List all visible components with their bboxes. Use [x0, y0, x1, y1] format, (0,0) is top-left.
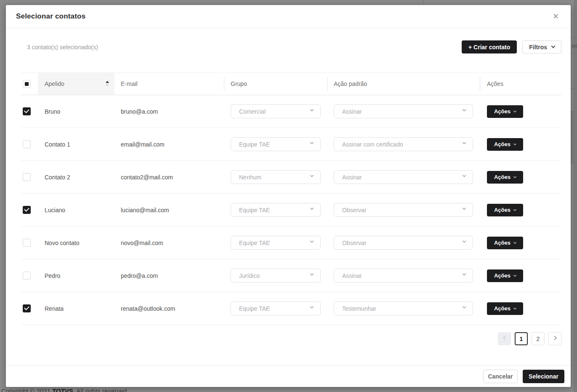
grupo-cell: Comercial	[224, 104, 327, 118]
table-row: Contato 2 contato2@mail.com Nenhum Assin…	[21, 161, 561, 194]
row-acoes-button[interactable]: Ações	[487, 204, 523, 216]
filters-button[interactable]: Filtros	[522, 40, 561, 53]
acao-padrao-cell: Observar	[327, 236, 480, 250]
row-acoes-button[interactable]: Ações	[487, 105, 523, 118]
sort-up-triangle	[106, 81, 109, 83]
chevron-down-icon	[463, 141, 466, 144]
table-row: Luciano luciano@mail.com Equipe TAE Obse…	[21, 194, 561, 227]
grupo-select-value: Equipe TAE	[239, 240, 270, 246]
row-checkbox[interactable]	[23, 304, 31, 312]
row-acoes-label: Ações	[494, 240, 511, 246]
pagination-prev-button[interactable]	[498, 332, 511, 345]
select-button[interactable]: Selecionar	[523, 370, 564, 383]
modal-title: Selecionar contatos	[16, 12, 85, 21]
grupo-cell: Equipe TAE	[224, 236, 327, 250]
acao-padrao-select[interactable]: Observar	[334, 203, 473, 217]
row-checkbox[interactable]	[23, 239, 31, 247]
row-acoes-button[interactable]: Ações	[487, 269, 523, 282]
column-header-grupo[interactable]: Grupo	[224, 73, 327, 95]
column-header-acao-padrao[interactable]: Ação padrão	[327, 73, 480, 95]
modal-footer: Cancelar Selecionar	[6, 365, 571, 387]
row-checkbox-cell	[21, 107, 38, 115]
chevron-down-icon	[513, 240, 516, 243]
row-acoes-button[interactable]: Ações	[487, 138, 523, 151]
pagination-page-2[interactable]: 2	[532, 332, 545, 345]
row-acoes-cell: Ações	[480, 171, 561, 184]
grupo-select[interactable]: Nenhum	[231, 170, 321, 184]
sort-down-triangle	[106, 84, 109, 86]
contact-apelido: Luciano	[38, 207, 121, 213]
row-checkbox-cell	[21, 304, 38, 312]
close-icon[interactable]: ✕	[550, 11, 561, 22]
grupo-select[interactable]: Comercial	[231, 104, 321, 118]
chevron-down-icon	[513, 142, 516, 145]
table-row: Contato 1 email@mail.com Equipe TAE Assi…	[21, 128, 561, 161]
acao-padrao-select[interactable]: Assinar	[334, 269, 473, 283]
toolbar: 3 contato(s) selecionado(s) + Criar cont…	[21, 40, 561, 53]
row-acoes-label: Ações	[494, 272, 511, 279]
cancel-button[interactable]: Cancelar	[483, 370, 518, 383]
column-header-email[interactable]: E-mail	[121, 80, 224, 87]
modal-body: 3 contato(s) selecionado(s) + Criar cont…	[6, 28, 571, 365]
row-acoes-cell: Ações	[480, 204, 561, 216]
acao-padrao-select[interactable]: Assinar	[334, 170, 473, 184]
contact-apelido: Novo contato	[38, 240, 121, 246]
grupo-select[interactable]: Equipe TAE	[231, 137, 321, 151]
table-row: Novo contato novo@mail.com Equipe TAE Ob…	[21, 227, 561, 259]
acao-padrao-cell: Assinar	[327, 170, 480, 184]
table-row: Bruno bruno@a.com Comercial Assinar Açõe…	[21, 95, 561, 128]
grupo-cell: Nenhum	[224, 170, 327, 184]
grupo-cell: Equipe TAE	[224, 301, 327, 315]
row-acoes-cell: Ações	[480, 105, 561, 118]
table-row: Renata renata@outlook.com Equipe TAE Tes…	[21, 292, 561, 325]
row-acoes-cell: Ações	[480, 269, 561, 282]
row-acoes-cell: Ações	[480, 138, 561, 151]
contact-email: novo@mail.com	[121, 240, 224, 246]
chevron-down-icon	[310, 173, 314, 177]
grupo-select[interactable]: Equipe TAE	[231, 203, 321, 217]
sort-asc-icon	[106, 81, 109, 86]
row-checkbox[interactable]	[23, 140, 31, 148]
grupo-select-value: Nenhum	[239, 174, 261, 181]
row-checkbox[interactable]	[23, 107, 31, 115]
row-acoes-button[interactable]: Ações	[487, 302, 523, 315]
table-body: Bruno bruno@a.com Comercial Assinar Açõe…	[21, 95, 561, 325]
chevron-down-icon	[513, 273, 516, 276]
column-label-apelido: Apelido	[45, 80, 64, 87]
contact-apelido: Pedro	[38, 272, 121, 279]
row-checkbox[interactable]	[23, 272, 31, 280]
contact-email: email@mail.com	[121, 141, 224, 148]
row-checkbox[interactable]	[23, 173, 31, 181]
grupo-select[interactable]: Equipe TAE	[231, 301, 321, 315]
contact-email: pedro@a.com	[121, 272, 224, 279]
acao-padrao-select-value: Observar	[342, 240, 367, 246]
pagination-next-button[interactable]	[548, 332, 561, 345]
acao-padrao-select[interactable]: Assinar	[334, 104, 473, 118]
chevron-down-icon	[463, 305, 466, 308]
acao-padrao-cell: Testemunhar	[327, 301, 480, 315]
row-acoes-button[interactable]: Ações	[487, 237, 523, 249]
row-acoes-button[interactable]: Ações	[487, 171, 523, 184]
column-header-apelido[interactable]: Apelido	[38, 73, 114, 95]
row-checkbox-cell	[21, 206, 38, 214]
acao-padrao-select[interactable]: Assinar com certificado	[334, 137, 473, 151]
acao-padrao-select[interactable]: Observar	[334, 236, 473, 250]
select-all-checkbox[interactable]	[23, 80, 31, 88]
acao-padrao-select[interactable]: Testemunhar	[334, 301, 473, 315]
pagination-page-1[interactable]: 1	[515, 332, 528, 345]
contact-email: contato2@mail.com	[121, 174, 224, 181]
grupo-select[interactable]: Jurídico	[231, 269, 321, 283]
contact-apelido: Contato 2	[38, 174, 121, 181]
create-contact-button[interactable]: + Criar contato	[462, 40, 517, 53]
chevron-down-icon	[463, 272, 466, 275]
table-row: Pedro pedro@a.com Jurídico Assinar Ações	[21, 259, 561, 292]
chevron-down-icon	[513, 109, 516, 112]
grupo-select[interactable]: Equipe TAE	[231, 236, 321, 250]
row-acoes-label: Ações	[494, 141, 511, 147]
grupo-select-value: Equipe TAE	[239, 207, 270, 213]
acao-padrao-select-value: Assinar	[342, 272, 362, 279]
chevron-down-icon	[463, 206, 466, 210]
acao-padrao-select-value: Observar	[342, 207, 367, 213]
contact-email: renata@outlook.com	[121, 305, 224, 312]
row-checkbox[interactable]	[23, 206, 31, 214]
